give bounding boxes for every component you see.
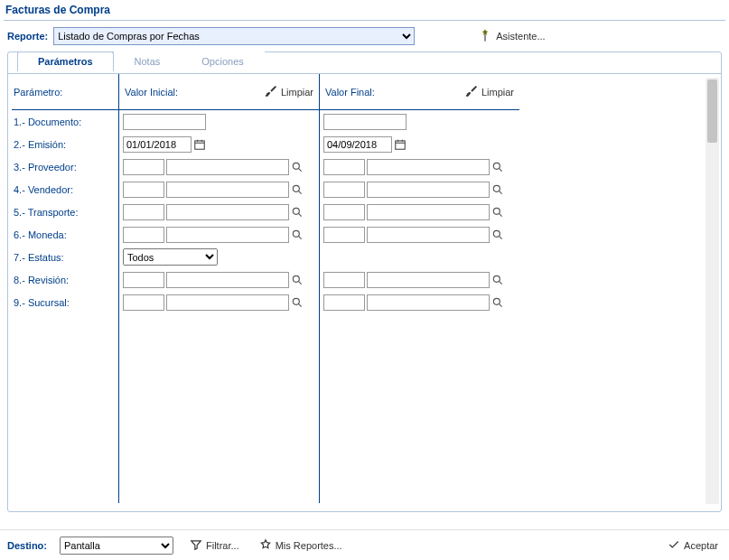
documento-final-input[interactable] <box>323 114 407 130</box>
label-vendedor: 4.- Vendedor: <box>12 178 118 201</box>
search-icon[interactable] <box>491 229 504 241</box>
header-valor-inicial: Valor Inicial: Limpiar <box>118 74 319 110</box>
reporte-label: Reporte: <box>7 31 48 42</box>
proveedor-inicial-code[interactable] <box>123 159 164 175</box>
estatus-select[interactable]: Todos <box>123 248 218 266</box>
vendedor-inicial-desc[interactable] <box>166 182 289 198</box>
proveedor-final-desc[interactable] <box>367 159 490 175</box>
header-parametro: Parámetro: <box>12 74 118 110</box>
vendedor-final-desc[interactable] <box>367 182 490 198</box>
svg-line-24 <box>499 236 502 239</box>
aceptar-button[interactable]: Aceptar <box>664 537 722 555</box>
tab-parametros[interactable]: Parámetros <box>17 51 114 71</box>
revision-inicial-desc[interactable] <box>166 272 289 288</box>
svg-line-26 <box>298 281 302 285</box>
search-icon[interactable] <box>291 229 304 241</box>
header-valor-final: Valor Final: Limpiar <box>319 74 519 110</box>
revision-final-code[interactable] <box>323 272 365 288</box>
moneda-inicial-code[interactable] <box>123 227 164 243</box>
broom-icon <box>464 84 479 100</box>
label-transporte: 5.- Transporte: <box>12 201 118 223</box>
svg-rect-0 <box>485 34 486 41</box>
moneda-inicial-desc[interactable] <box>166 227 289 243</box>
window-title: Facturas de Compra <box>0 0 729 18</box>
label-estatus: 7.- Estatus: <box>12 246 118 268</box>
scrollbar-thumb[interactable] <box>707 79 717 143</box>
asistente-label: Asistente... <box>496 31 545 42</box>
scrollbar[interactable] <box>706 78 719 504</box>
filtrar-label: Filtrar... <box>206 540 239 551</box>
sucursal-final-code[interactable] <box>323 294 365 311</box>
search-icon[interactable] <box>491 274 504 286</box>
destino-select[interactable]: Pantalla <box>60 537 173 555</box>
footer: Destino: Pantalla Filtrar... Mis Reporte… <box>0 529 729 560</box>
svg-rect-5 <box>396 140 406 148</box>
svg-line-22 <box>298 236 302 239</box>
vendedor-final-code[interactable] <box>323 182 365 198</box>
mis-reportes-label: Mis Reportes... <box>276 540 342 551</box>
calendar-icon[interactable] <box>193 138 206 151</box>
label-sucursal: 9.- Sucursal: <box>12 291 118 313</box>
limpiar-label: Limpiar <box>481 87 514 98</box>
svg-line-14 <box>298 191 302 194</box>
limpiar-inicial-button[interactable]: Limpiar <box>264 84 313 100</box>
calendar-icon[interactable] <box>394 138 407 151</box>
svg-line-16 <box>499 191 502 194</box>
search-icon[interactable] <box>291 296 304 309</box>
revision-final-desc[interactable] <box>367 272 490 288</box>
asistente-button[interactable]: Asistente... <box>474 26 548 46</box>
svg-line-12 <box>499 168 502 172</box>
emision-final-input[interactable] <box>323 136 392 153</box>
emision-inicial-input[interactable] <box>123 136 192 153</box>
header-valor-final-text: Valor Final: <box>325 87 375 98</box>
sucursal-inicial-desc[interactable] <box>166 294 289 311</box>
label-revision: 8.- Revisión: <box>12 268 118 291</box>
moneda-final-code[interactable] <box>323 227 365 243</box>
tab-notas[interactable]: Notas <box>114 51 182 70</box>
sucursal-final-desc[interactable] <box>367 294 490 311</box>
aceptar-label: Aceptar <box>684 540 718 551</box>
proveedor-final-code[interactable] <box>323 159 365 175</box>
wizard-icon <box>478 28 492 44</box>
transporte-inicial-desc[interactable] <box>166 204 289 220</box>
documento-inicial-input[interactable] <box>123 114 206 130</box>
header-valor-inicial-text: Valor Inicial: <box>125 87 178 98</box>
search-icon[interactable] <box>491 183 504 196</box>
filtrar-button[interactable]: Filtrar... <box>186 537 243 555</box>
label-emision: 2.- Emisión: <box>12 133 118 155</box>
search-icon[interactable] <box>291 183 304 196</box>
label-proveedor: 3.- Proveedor: <box>12 155 118 178</box>
check-icon <box>668 538 680 553</box>
svg-line-30 <box>298 303 302 307</box>
tabs: Parámetros Notas Opciones <box>17 51 265 70</box>
search-icon[interactable] <box>491 206 504 219</box>
reporte-select[interactable]: Listado de Compras por Fechas <box>53 27 415 45</box>
mis-reportes-button[interactable]: Mis Reportes... <box>256 537 346 555</box>
filter-icon <box>190 538 202 553</box>
proveedor-inicial-desc[interactable] <box>166 159 289 175</box>
transporte-inicial-code[interactable] <box>123 204 164 220</box>
search-icon[interactable] <box>291 274 304 286</box>
moneda-final-desc[interactable] <box>367 227 490 243</box>
search-icon[interactable] <box>491 296 504 309</box>
transporte-final-desc[interactable] <box>367 204 490 220</box>
revision-inicial-code[interactable] <box>123 272 164 288</box>
search-icon[interactable] <box>491 161 504 173</box>
transporte-final-code[interactable] <box>323 204 365 220</box>
tab-opciones[interactable]: Opciones <box>181 51 264 70</box>
vendedor-inicial-code[interactable] <box>123 182 164 198</box>
search-icon[interactable] <box>291 206 304 219</box>
destino-label: Destino: <box>7 540 47 551</box>
svg-line-32 <box>499 303 502 307</box>
limpiar-final-button[interactable]: Limpiar <box>464 84 514 100</box>
svg-line-18 <box>298 213 302 217</box>
sucursal-inicial-code[interactable] <box>123 294 164 311</box>
title-divider <box>4 20 725 21</box>
svg-line-20 <box>499 213 502 217</box>
star-icon <box>259 538 272 553</box>
broom-icon <box>264 84 278 100</box>
search-icon[interactable] <box>291 161 304 173</box>
svg-rect-1 <box>195 140 205 148</box>
svg-line-10 <box>298 168 302 172</box>
svg-line-28 <box>499 281 502 285</box>
